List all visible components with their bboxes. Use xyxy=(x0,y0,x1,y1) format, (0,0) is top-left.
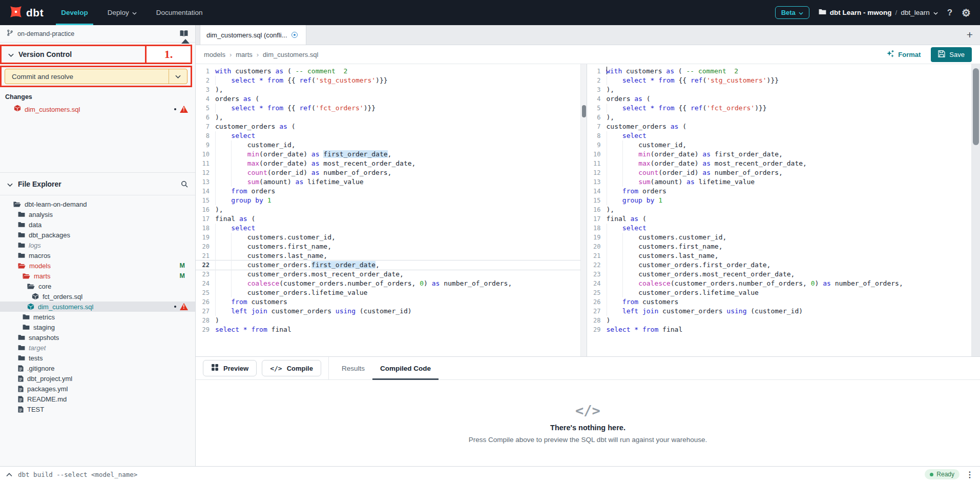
code-line[interactable]: 22 customer_orders.first_order_date, xyxy=(196,260,580,270)
tab-compiled-code[interactable]: Compiled Code xyxy=(372,357,439,380)
tree-item-core[interactable]: core xyxy=(0,281,195,291)
tree-item-tests[interactable]: tests xyxy=(0,353,195,363)
code-line[interactable]: 16), xyxy=(196,205,580,214)
tree-item-dbt-packages[interactable]: dbt_packages xyxy=(0,230,195,240)
code-line[interactable]: 8 select xyxy=(587,131,972,140)
changed-file-row[interactable]: dim_customers.sql xyxy=(0,104,195,115)
code-line[interactable]: 27 left join customer_orders using (cust… xyxy=(196,307,580,316)
code-line[interactable]: 22 customer_orders.first_order_date, xyxy=(587,260,972,270)
code-line[interactable]: 12 count(order_id) as number_of_orders, xyxy=(196,168,580,177)
tree-item-dim-customers-sql[interactable]: dim_customers.sql xyxy=(0,302,195,312)
tree-item-readme-md[interactable]: README.md xyxy=(0,394,195,404)
kebab-menu-icon[interactable]: ⋮ xyxy=(966,470,974,479)
breadcrumb-item[interactable]: dim_customers.sql xyxy=(263,51,318,58)
code-line[interactable]: 3), xyxy=(587,85,972,94)
code-line[interactable]: 12 count(order_id) as number_of_orders, xyxy=(587,168,972,177)
code-line[interactable]: 11 max(order_date) as most_recent_order_… xyxy=(587,159,972,168)
tree-item-snapshots[interactable]: snapshots xyxy=(0,332,195,343)
tree-item-target[interactable]: target xyxy=(0,343,195,353)
code-line[interactable]: 18 select xyxy=(587,224,972,233)
help-icon[interactable]: ? xyxy=(947,8,952,18)
tree-item-marts[interactable]: martsM xyxy=(0,271,195,281)
tree-item-data[interactable]: data xyxy=(0,219,195,230)
code-line[interactable]: 5 select * from {{ ref('fct_orders')}} xyxy=(587,104,972,113)
project-environment-selector[interactable]: dbt Learn - mwong / dbt_learn xyxy=(819,9,938,16)
nav-develop[interactable]: Develop xyxy=(59,0,90,25)
file-explorer-header[interactable]: File Explorer xyxy=(0,173,195,195)
code-pane-left[interactable]: 1with customers as ( -- comment 22 selec… xyxy=(196,64,580,356)
code-line[interactable]: 4orders as ( xyxy=(587,94,972,104)
tab-results[interactable]: Results xyxy=(334,357,372,380)
code-line[interactable]: 2 select * from {{ ref('stg_customers')}… xyxy=(587,76,972,85)
code-line[interactable]: 13 sum(amount) as lifetime_value xyxy=(196,177,580,187)
right-pane-scrollbar[interactable] xyxy=(971,64,980,356)
code-line[interactable]: 9 customer_id, xyxy=(587,140,972,150)
code-line[interactable]: 11 max(order_date) as most_recent_order_… xyxy=(196,159,580,168)
preview-button[interactable]: Preview xyxy=(203,360,257,376)
tree-item-staging[interactable]: staging xyxy=(0,322,195,332)
left-pane-scrollbar[interactable] xyxy=(580,64,587,356)
commit-and-resolve-button[interactable]: Commit and resolve xyxy=(5,69,187,84)
code-line[interactable]: 21 customers.last_name, xyxy=(196,251,580,260)
search-icon[interactable] xyxy=(181,180,188,188)
breadcrumb-item[interactable]: marts xyxy=(236,51,253,58)
save-button[interactable]: Save xyxy=(931,47,972,62)
code-line[interactable]: 23 customer_orders.most_recent_order_dat… xyxy=(587,270,972,279)
editor-tab-dim-customers[interactable]: dim_customers.sql (confli... xyxy=(200,25,306,45)
tree-item-analysis[interactable]: analysis xyxy=(0,209,195,219)
settings-gear-icon[interactable]: ⚙ xyxy=(962,7,971,19)
code-line[interactable]: 28) xyxy=(587,316,972,325)
code-line[interactable]: 1with customers as ( -- comment 2 xyxy=(196,67,580,76)
code-line[interactable]: 9 customer_id, xyxy=(196,140,580,150)
code-line[interactable]: 26 from customers xyxy=(196,297,580,307)
chevron-up-icon[interactable] xyxy=(6,470,12,479)
code-line[interactable]: 17final as ( xyxy=(196,214,580,224)
nav-deploy[interactable]: Deploy xyxy=(106,0,139,25)
tree-item-logs[interactable]: logs xyxy=(0,240,195,250)
code-line[interactable]: 18 select xyxy=(196,224,580,233)
code-line[interactable]: 25 customer_orders.lifetime_value xyxy=(587,288,972,297)
code-line[interactable]: 14 from orders xyxy=(196,187,580,196)
code-line[interactable]: 16), xyxy=(587,205,972,214)
code-line[interactable]: 7customer_orders as ( xyxy=(196,122,580,131)
code-line[interactable]: 10 min(order_date) as first_order_date, xyxy=(587,150,972,159)
code-line[interactable]: 20 customers.first_name, xyxy=(196,242,580,251)
code-line[interactable]: 20 customers.first_name, xyxy=(587,242,972,251)
code-line[interactable]: 28) xyxy=(196,316,580,325)
tree-item-metrics[interactable]: metrics xyxy=(0,312,195,322)
code-line[interactable]: 29select * from final xyxy=(196,325,580,334)
code-line[interactable]: 27 left join customer_orders using (cust… xyxy=(587,307,972,316)
tree-item-dbt-learn-on-demand[interactable]: dbt-learn-on-demand xyxy=(0,199,195,209)
format-button[interactable]: Format xyxy=(886,50,921,59)
tree-item-dbt-project-yml[interactable]: dbt_project.yml xyxy=(0,373,195,384)
docs-book-icon[interactable] xyxy=(179,30,189,37)
breadcrumb-item[interactable]: models xyxy=(204,51,225,58)
tree-item-models[interactable]: modelsM xyxy=(0,260,195,271)
tree-item--gitignore[interactable]: .gitignore xyxy=(0,363,195,373)
code-line[interactable]: 6), xyxy=(196,113,580,122)
code-line[interactable]: 24 coalesce(customer_orders.number_of_or… xyxy=(587,279,972,288)
code-line[interactable]: 17final as ( xyxy=(587,214,972,224)
code-pane-right[interactable]: 1with customers as ( -- comment 22 selec… xyxy=(587,64,972,356)
tree-item-fct-orders-sql[interactable]: fct_orders.sql xyxy=(0,291,195,302)
tree-item-macros[interactable]: macros xyxy=(0,250,195,260)
code-line[interactable]: 23 customer_orders.most_recent_order_dat… xyxy=(196,270,580,279)
code-line[interactable]: 24 coalesce(customer_orders.number_of_or… xyxy=(196,279,580,288)
code-line[interactable]: 19 customers.customer_id, xyxy=(196,233,580,242)
code-line[interactable]: 1with customers as ( -- comment 2 xyxy=(587,67,972,76)
tree-item-test[interactable]: TEST xyxy=(0,404,195,414)
code-line[interactable]: 7customer_orders as ( xyxy=(587,122,972,131)
code-line[interactable]: 2 select * from {{ ref('stg_customers')}… xyxy=(196,76,580,85)
code-line[interactable]: 15 group by 1 xyxy=(587,196,972,205)
code-line[interactable]: 10 min(order_date) as first_order_date, xyxy=(196,150,580,159)
code-line[interactable]: 26 from customers xyxy=(587,297,972,307)
dbt-logo[interactable]: dbt xyxy=(9,0,44,25)
beta-dropdown[interactable]: Beta xyxy=(775,6,809,19)
command-input[interactable]: dbt build --select <model_name> xyxy=(18,471,137,478)
code-line[interactable]: 21 customers.last_name, xyxy=(587,251,972,260)
nav-documentation[interactable]: Documentation xyxy=(154,0,205,25)
code-line[interactable]: 13 sum(amount) as lifetime_value xyxy=(587,177,972,187)
code-line[interactable]: 25 customer_orders.lifetime_value xyxy=(196,288,580,297)
code-line[interactable]: 6), xyxy=(587,113,972,122)
code-line[interactable]: 14 from orders xyxy=(587,187,972,196)
